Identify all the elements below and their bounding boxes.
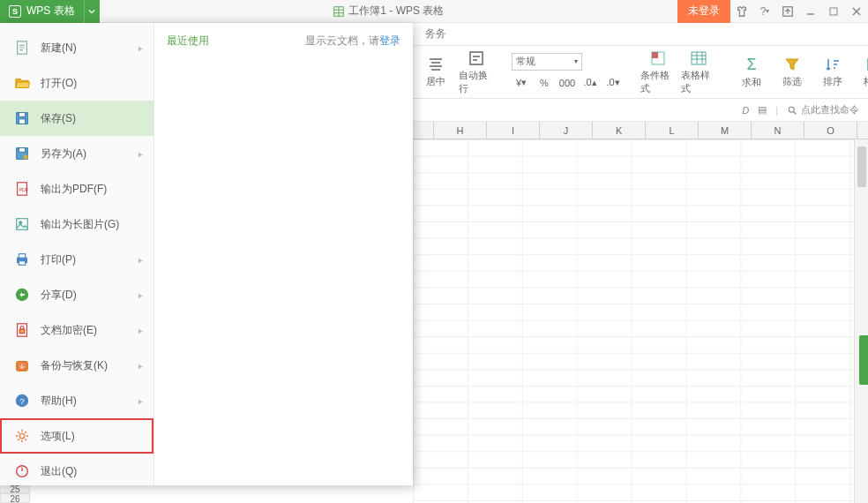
minimize-icon <box>805 6 816 17</box>
scrollbar-thumb[interactable] <box>857 146 866 187</box>
menu-item-help[interactable]: ?帮助(H)▸ <box>0 383 153 418</box>
login-link[interactable]: 登录 <box>379 34 400 47</box>
filter-icon <box>783 56 801 73</box>
percent-icon: % <box>540 78 549 88</box>
menu-item-backup[interactable]: 备份与恢复(K)▸ <box>0 348 153 383</box>
close-button[interactable] <box>845 0 868 23</box>
upload-button[interactable] <box>776 0 799 23</box>
chevron-right-icon: ▸ <box>138 149 143 159</box>
chevron-right-icon: ▸ <box>138 290 143 300</box>
menu-item-print[interactable]: 打印(P)▸ <box>0 242 153 277</box>
svg-rect-11 <box>17 219 28 230</box>
share-icon <box>14 287 30 303</box>
maximize-button[interactable] <box>822 0 845 23</box>
svg-point-12 <box>19 221 22 224</box>
help-icon: ? <box>14 393 30 409</box>
svg-rect-15 <box>19 261 25 266</box>
svg-point-22 <box>19 433 24 438</box>
column-header[interactable]: L <box>646 122 699 139</box>
backup-icon <box>14 357 30 373</box>
menu-item-pdf[interactable]: PDF输出为PDF(F) <box>0 171 153 206</box>
settings-icon <box>14 428 30 444</box>
app-menu-dropdown[interactable] <box>84 0 100 23</box>
search-icon <box>787 105 797 116</box>
column-header[interactable]: H <box>434 122 487 139</box>
exit-icon <box>14 463 30 479</box>
svg-rect-5 <box>19 113 25 117</box>
svg-rect-6 <box>19 119 25 124</box>
flag-icon[interactable]: ▤ <box>758 104 767 116</box>
menu-item-share[interactable]: 分享(D)▸ <box>0 277 153 312</box>
menu-item-settings[interactable]: 选项(L) <box>0 418 153 454</box>
chevron-right-icon: ▸ <box>138 396 143 406</box>
menu-item-label: 另存为(A) <box>41 146 128 161</box>
menu-item-file-new[interactable]: 新建(N)▸ <box>0 30 153 65</box>
menu-item-label: 打开(O) <box>41 76 143 91</box>
sum-button[interactable]: Σ 求和 <box>734 49 769 96</box>
cell-area[interactable] <box>413 139 854 503</box>
app-badge[interactable]: S WPS 表格 <box>0 0 84 23</box>
command-search[interactable]: 点此查找命令 <box>787 103 859 116</box>
formula-search-bar: D ▤ | 点此查找命令 <box>413 99 868 122</box>
ribbon-area: 务务 居中 自动换行 常规 ▾ ¥▾ % 000 .0▴ .0▾ <box>413 23 868 122</box>
menu-item-label: 退出(Q) <box>41 464 143 479</box>
right-tab-handle[interactable] <box>859 335 868 385</box>
vertical-scrollbar[interactable] <box>854 139 868 503</box>
currency-button[interactable]: ¥▾ <box>512 74 531 92</box>
document-title: 工作簿1 - WPS 表格 <box>100 4 677 19</box>
row-header[interactable]: 26 <box>0 493 30 503</box>
menu-item-folder-open[interactable]: 打开(O) <box>0 65 153 101</box>
menu-item-lock[interactable]: 文档加密(E)▸ <box>0 312 153 348</box>
format-button[interactable]: 格式 <box>856 49 868 96</box>
menu-item-save-as[interactable]: 另存为(A)▸ <box>0 136 153 171</box>
number-format-dropdown[interactable]: 常规 ▾ <box>512 53 582 71</box>
menu-item-image[interactable]: 输出为长图片(G) <box>0 206 153 242</box>
menu-item-label: 新建(N) <box>41 41 128 56</box>
chevron-down-icon: ▾ <box>574 57 578 65</box>
comma-button[interactable]: 000 <box>557 74 577 92</box>
align-center-icon <box>427 56 445 73</box>
align-center-button[interactable]: 居中 <box>418 49 453 96</box>
minimize-button[interactable] <box>799 0 822 23</box>
chevron-right-icon: ▸ <box>138 255 143 265</box>
column-header[interactable]: M <box>699 122 752 139</box>
svg-rect-26 <box>652 52 658 58</box>
ribbon-tabs: 务务 <box>413 23 868 46</box>
wps-logo-icon: S <box>9 5 21 18</box>
tab-fragment[interactable]: 务务 <box>418 23 453 45</box>
sort-button[interactable]: 排序 <box>815 49 850 96</box>
currency-icon: ¥ <box>516 78 521 88</box>
column-headers: HIJKLMNO <box>413 122 868 139</box>
chevron-right-icon: ▸ <box>138 43 143 53</box>
increase-decimal-button[interactable]: .0▴ <box>580 74 600 92</box>
percent-button[interactable]: % <box>535 74 554 92</box>
column-header[interactable]: J <box>540 122 593 139</box>
file-menu-list: 新建(N)▸打开(O)保存(S)另存为(A)▸PDF输出为PDF(F)输出为长图… <box>0 23 154 485</box>
menu-item-save[interactable]: 保存(S) <box>0 101 153 136</box>
pdf-icon: PDF <box>14 181 30 197</box>
d-icon[interactable]: D <box>742 105 749 116</box>
wrap-text-button[interactable]: 自动换行 <box>459 49 494 96</box>
svg-point-31 <box>789 107 794 112</box>
login-button[interactable]: 未登录 <box>677 0 730 23</box>
menu-item-label: 选项(L) <box>41 429 143 444</box>
menu-item-label: 帮助(H) <box>41 394 128 409</box>
svg-rect-8 <box>19 148 25 153</box>
decrease-decimal-button[interactable]: .0▾ <box>603 74 623 92</box>
menu-item-label: 文档加密(E) <box>41 323 128 338</box>
conditional-format-button[interactable]: 条件格式 <box>640 49 676 96</box>
lock-icon <box>14 322 30 338</box>
title-bar: S WPS 表格 工作簿1 - WPS 表格 未登录 ?▾ <box>0 0 868 23</box>
table-style-button[interactable]: 表格样式 <box>681 49 716 96</box>
menu-item-exit[interactable]: 退出(Q) <box>0 454 153 489</box>
column-header[interactable]: K <box>593 122 646 139</box>
spreadsheet-grid: HIJKLMNO <box>413 122 868 503</box>
skin-button[interactable] <box>730 0 753 23</box>
help-button[interactable]: ?▾ <box>753 0 776 23</box>
filter-button[interactable]: 筛选 <box>774 49 810 96</box>
svg-rect-27 <box>692 52 706 64</box>
column-header[interactable]: I <box>487 122 540 139</box>
column-header[interactable]: O <box>804 122 857 139</box>
column-header[interactable]: N <box>752 122 804 139</box>
select-all-corner[interactable] <box>413 122 434 139</box>
